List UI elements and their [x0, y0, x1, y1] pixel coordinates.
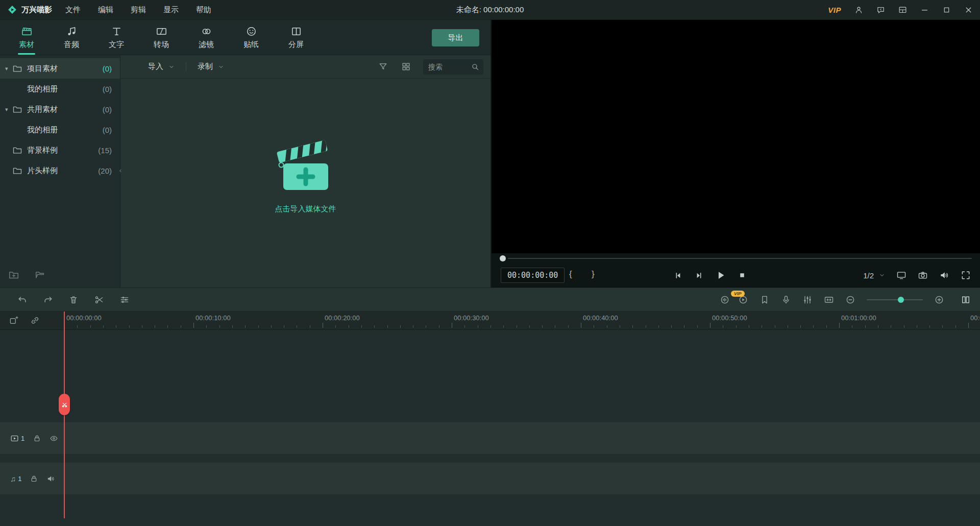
zoom-in-icon[interactable]: [934, 295, 944, 305]
audio-track[interactable]: ♫ 1: [0, 463, 980, 494]
filter-funnel-icon[interactable]: [378, 62, 388, 71]
snap-link-icon[interactable]: [30, 316, 40, 325]
stop-icon[interactable]: [738, 271, 747, 280]
search-box: [423, 59, 483, 75]
timeline-ruler-scale[interactable]: 00:00:00:0000:00:10:0000:00:20:0000:00:3…: [0, 312, 980, 330]
undo-icon[interactable]: [17, 295, 28, 305]
import-label: 导入: [148, 62, 163, 71]
snapshot-camera-icon[interactable]: [918, 270, 928, 280]
account-icon[interactable]: [854, 6, 863, 14]
new-folder-icon[interactable]: [8, 269, 19, 280]
properties-adjust-icon[interactable]: [119, 295, 130, 305]
sidebar-item-my-album-1[interactable]: 我的相册 (0): [0, 79, 120, 99]
play-icon[interactable]: [715, 270, 726, 281]
sidebar-collapse-handle[interactable]: ‹: [117, 161, 124, 179]
tab-label: 分屏: [288, 40, 304, 50]
sidebar-item-background-samples[interactable]: 背景样例 (15): [0, 140, 120, 160]
audio-track-id: ♫ 1: [10, 474, 21, 483]
clapperboard-import-icon[interactable]: [275, 136, 336, 196]
tab-media[interactable]: 素材: [4, 20, 49, 55]
fullscreen-icon[interactable]: [961, 270, 971, 280]
sidebar-item-intro-samples[interactable]: 片头样例 (20): [0, 160, 120, 181]
menu-help[interactable]: 帮助: [196, 5, 211, 15]
tab-transition[interactable]: 转场: [139, 20, 184, 55]
tab-label: 滤镜: [199, 40, 214, 50]
expand-arrow-icon[interactable]: ▾: [5, 106, 12, 113]
toolbar-divider: [186, 62, 186, 71]
volume-speaker-icon[interactable]: [939, 270, 949, 280]
video-viewport[interactable]: [492, 20, 980, 253]
edit-toolbar: VIP: [0, 288, 980, 312]
video-track-header: 1: [10, 422, 58, 454]
delete-trash-icon[interactable]: [68, 295, 79, 305]
item-count: (20): [98, 166, 112, 175]
search-input[interactable]: [428, 63, 471, 71]
previous-frame-icon[interactable]: [673, 271, 683, 280]
split-scissors-icon[interactable]: [94, 295, 104, 305]
next-frame-icon[interactable]: [694, 271, 704, 280]
import-hint-text[interactable]: 点击导入媒体文件: [275, 204, 336, 214]
track-size-icon[interactable]: [824, 295, 834, 305]
folder-icon: [12, 145, 22, 155]
search-icon[interactable]: [471, 63, 479, 71]
mute-speaker-icon[interactable]: [46, 474, 55, 483]
playhead-handle[interactable]: [59, 394, 70, 415]
expand-arrow-icon[interactable]: ▾: [5, 65, 12, 72]
menu-view[interactable]: 显示: [163, 5, 179, 15]
add-to-track-icon[interactable]: [9, 316, 19, 325]
voiceover-mic-icon[interactable]: [781, 295, 791, 305]
speech-to-text-icon[interactable]: [720, 295, 730, 305]
timeline-corner-tools: [0, 312, 60, 330]
media-toolbar: 导入 录制: [120, 55, 491, 79]
video-track[interactable]: 1: [0, 422, 980, 454]
scrubber-knob[interactable]: [500, 255, 506, 261]
sidebar-item-my-album-2[interactable]: 我的相册 (0): [0, 119, 120, 140]
vip-membership-button[interactable]: VIP: [828, 6, 841, 14]
tab-sticker[interactable]: 贴纸: [229, 20, 274, 55]
maximize-icon[interactable]: [942, 6, 951, 14]
sidebar-item-label: 片头样例: [27, 166, 98, 176]
sidebar-item-label: 背景样例: [27, 146, 98, 155]
menu-edit[interactable]: 编辑: [98, 5, 113, 15]
mark-in-button[interactable]: {: [569, 269, 572, 279]
scrubber-track[interactable]: [508, 258, 972, 259]
tab-filter[interactable]: 滤镜: [184, 20, 229, 55]
marker-icon[interactable]: [760, 295, 770, 305]
record-label: 录制: [198, 62, 213, 71]
lock-track-icon[interactable]: [30, 474, 38, 483]
grid-view-icon[interactable]: [401, 62, 411, 71]
chevron-down-icon: [168, 64, 175, 70]
record-dropdown[interactable]: 录制: [198, 62, 224, 71]
preview-quality-dropdown[interactable]: 1/2: [863, 271, 885, 280]
toggle-visibility-eye-icon[interactable]: [50, 434, 58, 443]
empty-media-state[interactable]: 点击导入媒体文件: [120, 79, 491, 288]
zoom-out-icon[interactable]: [845, 295, 855, 305]
import-dropdown[interactable]: 导入: [148, 62, 175, 71]
zoom-slider-knob[interactable]: [898, 297, 904, 303]
item-count: (0): [103, 105, 112, 114]
close-icon[interactable]: [964, 6, 973, 14]
sidebar-item-project-media[interactable]: ▾ 项目素材 (0): [0, 58, 120, 79]
tab-audio[interactable]: 音频: [49, 20, 94, 55]
timeline-tracks-area[interactable]: 1 ♫ 1: [0, 330, 980, 526]
export-button[interactable]: 导出: [432, 29, 479, 46]
tab-text[interactable]: 文字: [94, 20, 139, 55]
sidebar-item-label: 共用素材: [27, 105, 103, 114]
menu-file[interactable]: 文件: [65, 5, 81, 15]
audio-mixer-icon[interactable]: [802, 295, 813, 305]
mark-out-button[interactable]: }: [592, 269, 595, 279]
open-folder-icon[interactable]: [35, 269, 46, 280]
minimize-icon[interactable]: [920, 6, 929, 14]
feedback-icon[interactable]: [876, 6, 885, 14]
quality-value: 1/2: [863, 271, 874, 280]
tab-splitscreen[interactable]: 分屏: [274, 20, 318, 55]
menu-clip[interactable]: 剪辑: [131, 5, 146, 15]
timeline-zoom-slider[interactable]: [867, 296, 923, 303]
playhead-line[interactable]: [64, 312, 65, 518]
redo-icon[interactable]: [43, 295, 53, 305]
sidebar-item-shared-media[interactable]: ▾ 共用素材 (0): [0, 99, 120, 119]
layout-mode-icon[interactable]: [898, 6, 907, 14]
secondary-display-icon[interactable]: [896, 270, 906, 280]
lock-track-icon[interactable]: [33, 434, 41, 443]
panel-layout-toggle-icon[interactable]: [961, 295, 971, 305]
